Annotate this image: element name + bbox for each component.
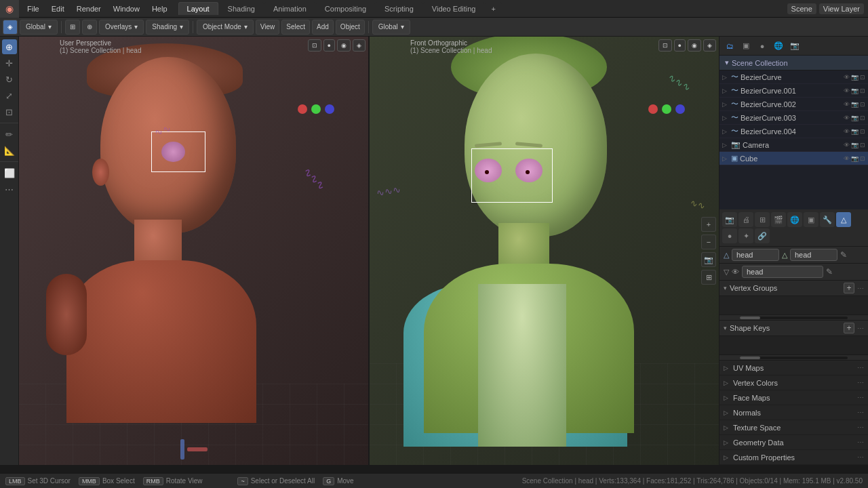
tree-beziercurve[interactable]: ▷ 〜 BezierCurve 👁 📷 ⊡ (719, 70, 868, 84)
vp-wire-btn[interactable]: ⊡ (308, 39, 321, 52)
prop-view-layer-btn[interactable]: ⊞ (755, 212, 770, 227)
edit-mesh-icon[interactable]: ✎ (840, 250, 847, 260)
tool-scale[interactable]: ⤢ (2, 88, 17, 103)
tool-annotate[interactable]: ✏ (2, 127, 17, 142)
view-layer-label[interactable]: View Layer (819, 3, 864, 14)
panel-btn-world[interactable]: 🌐 (771, 39, 786, 54)
toolbar-select-menu[interactable]: Select (281, 20, 310, 35)
edit-object-icon[interactable]: ✎ (826, 267, 833, 277)
vg-add-btn[interactable]: + (844, 283, 854, 293)
select-icon-cam[interactable]: ⊡ (860, 142, 865, 148)
toolbar-add-menu[interactable]: Add (312, 20, 334, 35)
tool-measure[interactable]: 📐 (2, 143, 17, 158)
face-maps-item[interactable]: ▷ Face Maps ⋯ (719, 390, 868, 405)
select-icon-2[interactable]: ⊡ (860, 87, 865, 94)
viewport-right[interactable]: ∿∿∿ ∿∿∿ ∿∿ Front Orthographic (1) Scene … (370, 37, 719, 465)
viewport-left[interactable]: ∿∿∿ ∿∿ User Perspective (1) Scene Collec… (19, 37, 370, 465)
tab-video-editing[interactable]: Video Editing (423, 2, 485, 15)
prop-constraint-btn[interactable]: 🔗 (755, 228, 770, 243)
camera-icon-cam[interactable]: 📷 (851, 142, 859, 148)
vp-render-btn[interactable]: ◈ (353, 39, 366, 52)
vp-render-btn-r[interactable]: ◈ (703, 39, 716, 52)
tree-beziercurve004[interactable]: ▷ 〜 BezierCurve.004 👁 📷 ⊡ (719, 125, 868, 138)
vp-zoom-in[interactable]: + (701, 217, 716, 232)
sk-scrollbar[interactable] (719, 355, 868, 361)
toolbar-view-btn[interactable]: ⊞ (65, 20, 80, 35)
custom-properties-item[interactable]: ▷ Custom Properties ⋯ (719, 450, 868, 465)
scene-label[interactable]: Scene (787, 3, 816, 14)
uvm-dots[interactable]: ⋯ (857, 364, 864, 371)
vp-material-btn-r[interactable]: ◉ (688, 39, 701, 52)
tree-beziercurve002[interactable]: ▷ 〜 BezierCurve.002 👁 📷 ⊡ (719, 98, 868, 111)
panel-btn-material[interactable]: ● (755, 39, 770, 54)
vc-dots[interactable]: ⋯ (857, 379, 864, 386)
eye-icon-1[interactable]: 👁 (844, 74, 850, 81)
vp-zoom-out[interactable]: − (701, 235, 716, 249)
toolbar-object-mode[interactable]: Object Mode ▾ (197, 20, 254, 35)
mesh-name-input-data[interactable] (790, 249, 837, 261)
gd-dots[interactable]: ⋯ (857, 439, 864, 446)
prop-scene-btn[interactable]: 🎬 (771, 212, 786, 227)
geometry-data-item[interactable]: ▷ Geometry Data ⋯ (719, 435, 868, 450)
tab-add[interactable]: + (485, 2, 501, 15)
sk-dots-icon[interactable]: ⋯ (857, 325, 864, 332)
prop-particles-btn[interactable]: ✦ (738, 228, 753, 243)
camera-icon-cube[interactable]: 📷 (851, 155, 859, 162)
tree-cube[interactable]: ▷ ▣ Cube 👁 📷 ⊡ (719, 152, 868, 165)
panel-btn-collection[interactable]: 🗂 (722, 39, 737, 54)
scene-collection-header[interactable]: ▾ Scene Collection (719, 56, 868, 70)
eye-icon-cam[interactable]: 👁 (844, 142, 850, 148)
vp-material-btn[interactable]: ◉ (337, 39, 351, 52)
texture-space-item[interactable]: ▷ Texture Space ⋯ (719, 420, 868, 435)
menu-file[interactable]: File (22, 3, 45, 14)
vertex-colors-item[interactable]: ▷ Vertex Colors ⋯ (719, 375, 868, 390)
toolbar-view-menu[interactable]: View (256, 20, 280, 35)
tab-scripting[interactable]: Scripting (376, 2, 422, 15)
tool-rotate[interactable]: ↻ (2, 72, 17, 87)
ts-dots[interactable]: ⋯ (857, 424, 864, 431)
eye-icon-5[interactable]: 👁 (844, 128, 850, 135)
menu-window[interactable]: Window (108, 3, 145, 14)
vg-dots-icon[interactable]: ⋯ (857, 285, 864, 292)
prop-object-btn[interactable]: ▣ (804, 212, 818, 227)
menu-render[interactable]: Render (71, 3, 106, 14)
select-icon-4[interactable]: ⊡ (860, 115, 865, 121)
select-icon-1[interactable]: ⊡ (860, 74, 865, 81)
tab-shading[interactable]: Shading (219, 2, 264, 15)
normals-item[interactable]: ▷ Normals ⋯ (719, 405, 868, 420)
prop-modifier-btn[interactable]: 🔧 (820, 212, 835, 227)
vp-solid-btn[interactable]: ● (323, 39, 335, 52)
vp-solid-btn-r[interactable]: ● (674, 39, 686, 52)
tree-camera[interactable]: ▷ 📷 Camera 👁 📷 ⊡ (719, 138, 868, 152)
camera-icon-1[interactable]: 📷 (851, 74, 859, 81)
tool-add-cube[interactable]: ⬜ (2, 165, 17, 180)
toolbar-overlays[interactable]: Overlays ▾ (99, 20, 144, 35)
tool-move[interactable]: ✛ (2, 56, 17, 70)
vp-grid[interactable]: ⊞ (701, 270, 716, 285)
eye-icon-3[interactable]: 👁 (844, 101, 850, 108)
uv-maps-item[interactable]: ▷ UV Maps ⋯ (719, 361, 868, 375)
vertex-groups-header[interactable]: ▾ Vertex Groups + ⋯ (719, 281, 868, 296)
object-name-input[interactable] (742, 266, 823, 278)
select-icon-3[interactable]: ⊡ (860, 101, 865, 108)
eye-icon-2[interactable]: 👁 (844, 87, 850, 94)
vp-camera[interactable]: 📷 (701, 252, 716, 267)
select-icon-5[interactable]: ⊡ (860, 128, 865, 135)
toolbar-shading-mode[interactable]: Shading ▾ (146, 20, 189, 35)
tab-layout[interactable]: Layout (178, 2, 218, 15)
tab-animation[interactable]: Animation (264, 2, 315, 15)
eye-icon-4[interactable]: 👁 (844, 115, 850, 121)
tree-beziercurve003[interactable]: ▷ 〜 BezierCurve.003 👁 📷 ⊡ (719, 111, 868, 125)
vp-wire-btn-r[interactable]: ⊡ (658, 39, 672, 52)
menu-help[interactable]: Help (146, 3, 173, 14)
shape-keys-header[interactable]: ▾ Shape Keys + ⋯ (719, 321, 868, 336)
cp-dots[interactable]: ⋯ (857, 453, 864, 461)
toolbar-global-transform[interactable]: Global ▾ (372, 20, 410, 35)
camera-icon-4[interactable]: 📷 (851, 115, 859, 121)
camera-icon-3[interactable]: 📷 (851, 101, 859, 108)
menu-edit[interactable]: Edit (46, 3, 70, 14)
fm-dots[interactable]: ⋯ (857, 394, 864, 401)
toolbar-select-mode[interactable]: ◈ (3, 20, 18, 35)
select-icon-cube[interactable]: ⊡ (860, 155, 865, 162)
toolbar-overlay-btn[interactable]: ⊕ (82, 20, 97, 35)
